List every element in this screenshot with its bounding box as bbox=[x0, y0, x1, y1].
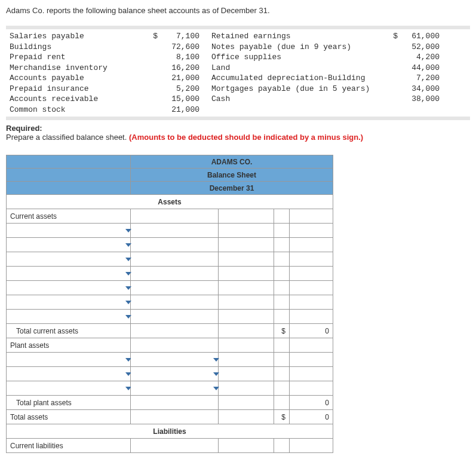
acct-label: Prepaid insurance bbox=[10, 84, 147, 94]
acct-val: 7,200 bbox=[398, 73, 440, 84]
blank-cell bbox=[290, 252, 333, 267]
account-dropdown[interactable] bbox=[7, 295, 131, 310]
acct-curr bbox=[147, 94, 158, 105]
blank-cell bbox=[131, 295, 219, 310]
blank-cell bbox=[290, 367, 333, 381]
blank-cell bbox=[219, 209, 274, 224]
account-dropdown[interactable] bbox=[7, 353, 131, 367]
blank-cell bbox=[290, 281, 333, 295]
amount-input[interactable] bbox=[219, 224, 274, 238]
blank-cell bbox=[131, 252, 219, 267]
amount-input[interactable] bbox=[219, 267, 274, 281]
amount-input[interactable] bbox=[219, 381, 274, 396]
blank-cell bbox=[131, 396, 219, 410]
amount-input[interactable] bbox=[219, 310, 274, 324]
blank-cell bbox=[131, 310, 219, 324]
balance-sheet-worksheet: ADAMS CO. Balance Sheet December 31 Asse… bbox=[6, 155, 333, 453]
amount-input[interactable] bbox=[219, 238, 274, 252]
acct-label: Accounts payable bbox=[10, 73, 147, 84]
blank-cell bbox=[290, 267, 333, 281]
amount-dropdown[interactable] bbox=[131, 367, 219, 381]
acct-val: 4,200 bbox=[398, 52, 440, 63]
blank-cell bbox=[274, 238, 290, 252]
blank-cell bbox=[131, 338, 219, 353]
amount-input[interactable] bbox=[219, 252, 274, 267]
blank-cell bbox=[290, 353, 333, 367]
acct-curr bbox=[385, 42, 398, 53]
acct-label: Common stock bbox=[10, 105, 147, 115]
blank-cell bbox=[290, 224, 333, 238]
blank-cell bbox=[274, 396, 290, 410]
blank-cell bbox=[131, 324, 219, 338]
acct-val: 52,000 bbox=[398, 42, 440, 53]
blank-cell bbox=[274, 439, 290, 453]
blank-cell bbox=[274, 381, 290, 396]
acct-curr bbox=[147, 42, 158, 53]
total-current-assets-value: 0 bbox=[290, 324, 333, 338]
acct-val: 21,000 bbox=[158, 73, 199, 84]
amount-input[interactable] bbox=[219, 367, 274, 381]
blank-cell bbox=[219, 410, 274, 424]
total-assets-label: Total assets bbox=[7, 410, 131, 424]
acct-curr bbox=[147, 105, 158, 115]
blank-cell bbox=[290, 381, 333, 396]
total-assets-value: 0 bbox=[290, 410, 333, 424]
company-hdr: ADAMS CO. bbox=[131, 155, 333, 169]
plant-assets-label: Plant assets bbox=[7, 338, 131, 353]
required-text: Prepare a classified balance sheet. bbox=[6, 133, 129, 142]
amount-dropdown[interactable] bbox=[131, 381, 219, 396]
acct-curr bbox=[147, 52, 158, 63]
account-dropdown[interactable] bbox=[7, 238, 131, 252]
blank-cell bbox=[274, 310, 290, 324]
acct-curr bbox=[147, 63, 158, 74]
blank-cell bbox=[131, 224, 219, 238]
liabilities-section-hdr: Liabilities bbox=[7, 424, 333, 439]
acct-val: 72,600 bbox=[158, 42, 199, 53]
acct-curr bbox=[147, 84, 158, 94]
amount-dropdown[interactable] bbox=[131, 353, 219, 367]
blank-cell bbox=[274, 295, 290, 310]
account-dropdown[interactable] bbox=[7, 224, 131, 238]
account-dropdown[interactable] bbox=[7, 381, 131, 396]
blank-hdr bbox=[7, 182, 131, 195]
amount-input[interactable] bbox=[219, 353, 274, 367]
acct-label: Retained earnings bbox=[211, 31, 385, 42]
account-dropdown[interactable] bbox=[7, 281, 131, 295]
acct-val: 21,000 bbox=[158, 105, 199, 115]
blank-cell bbox=[131, 238, 219, 252]
acct-val: 15,000 bbox=[158, 94, 199, 105]
blank-cell bbox=[274, 267, 290, 281]
acct-curr: $ bbox=[147, 31, 158, 42]
divider-bar bbox=[6, 117, 470, 120]
acct-curr bbox=[385, 84, 398, 94]
blank-cell bbox=[274, 252, 290, 267]
account-dropdown[interactable] bbox=[7, 310, 131, 324]
acct-val: 61,000 bbox=[398, 31, 440, 42]
amount-input[interactable] bbox=[219, 281, 274, 295]
blank-cell bbox=[131, 281, 219, 295]
blank-cell bbox=[290, 238, 333, 252]
blank-hdr bbox=[7, 155, 131, 169]
blank-cell bbox=[290, 439, 333, 453]
blank-cell bbox=[219, 338, 274, 353]
account-dropdown[interactable] bbox=[7, 367, 131, 381]
blank-cell bbox=[274, 224, 290, 238]
total-plant-assets-value: 0 bbox=[290, 396, 333, 410]
acct-curr bbox=[385, 52, 398, 63]
blank-cell bbox=[131, 410, 219, 424]
amount-input[interactable] bbox=[219, 295, 274, 310]
total-plant-assets-label: Total plant assets bbox=[7, 396, 131, 410]
acct-label: Prepaid rent bbox=[10, 52, 147, 63]
account-dropdown[interactable] bbox=[7, 267, 131, 281]
blank-cell bbox=[274, 338, 290, 353]
account-dropdown[interactable] bbox=[7, 252, 131, 267]
intro-text: Adams Co. reports the following balance … bbox=[6, 6, 470, 15]
acct-val: 34,000 bbox=[398, 84, 440, 94]
blank-cell bbox=[131, 209, 219, 224]
acct-curr bbox=[385, 73, 398, 84]
acct-label: Land bbox=[211, 63, 385, 74]
acct-val: 44,000 bbox=[398, 63, 440, 74]
acct-val: 8,100 bbox=[158, 52, 199, 63]
acct-label: Accounts receivable bbox=[10, 94, 147, 105]
required-label: Required: bbox=[6, 124, 470, 133]
